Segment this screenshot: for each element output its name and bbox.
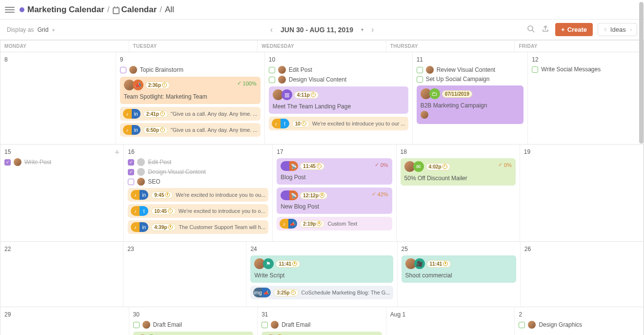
breadcrumb-section[interactable]: Calendar (121, 5, 157, 15)
event-bar[interactable]: ♪in4:39pThe Customer Support Team will h… (128, 220, 268, 234)
chevron-down-icon[interactable]: ▾ (361, 27, 363, 32)
breadcrumb-workspace[interactable]: Marketing Calendar (27, 5, 104, 15)
time-chip: 9:45 (151, 191, 173, 199)
event-card[interactable]: 🗀07/11/2019B2B Marketing Campaign (417, 85, 524, 124)
time-chip: 4:39p (151, 224, 176, 231)
event-bar[interactable]: img📣3:25pCoSchedule Marketing Blog: The … (250, 286, 393, 299)
day-cell[interactable]: 25🎥11:41Shoot commercial (398, 242, 521, 307)
search-icon[interactable] (526, 25, 536, 34)
clock-icon (320, 193, 324, 198)
task-item[interactable]: Draft Email (262, 321, 382, 329)
task-checkbox[interactable] (417, 67, 423, 73)
card-title: Meet The Team Landing Page (273, 103, 404, 110)
day-cell[interactable]: 18✉4:02p✓ 0%50% Off Discount Mailer (397, 145, 520, 241)
task-label: Review Visual Content (437, 66, 496, 73)
event-bar[interactable]: ♪in2:41p"Give us a call. Any day. Any ti… (120, 107, 261, 121)
task-label: Draft Email (153, 321, 182, 328)
avatar (129, 66, 137, 74)
day-cell[interactable]: 15+✓Write Post (0, 145, 124, 241)
event-card[interactable]: 🗀07/30/2019 - 08/29/2019Back to School C… (133, 332, 254, 335)
task-item[interactable]: ✓Edit Post (128, 158, 268, 166)
task-checkbox[interactable] (133, 322, 140, 328)
task-checkbox[interactable] (128, 179, 134, 185)
event-card[interactable]: 📣2:36p✓ 100%Team Spotlight: Marketing Te… (120, 77, 261, 104)
task-item[interactable]: Set Up Social Campaign (417, 76, 524, 83)
time-chip: 3:25p (274, 289, 298, 296)
task-checkbox[interactable] (519, 322, 525, 328)
task-checkbox[interactable]: ✓ (128, 159, 134, 166)
task-checkbox[interactable] (269, 77, 275, 83)
task-item[interactable]: Draft Email (133, 321, 254, 329)
event-card[interactable]: ✉4:02p✓ 0%50% Off Discount Mailer (401, 158, 516, 186)
event-card[interactable]: 📡12:12p✓ 42%New Blog Post (277, 188, 392, 214)
task-label: Edit Post (289, 66, 312, 73)
create-button[interactable]: + Create (555, 23, 593, 36)
clock-icon (317, 221, 322, 226)
day-cell[interactable]: 12Write Social Messages (528, 52, 644, 144)
day-cell[interactable]: 2Design Graphics (515, 307, 644, 335)
avatar (421, 111, 428, 119)
add-item-button[interactable]: + (115, 147, 120, 158)
event-card[interactable]: 🎥11:41Shoot commercial (402, 255, 516, 283)
task-item[interactable]: ✓Write Post (4, 158, 120, 166)
bar-text: Custom Text (327, 221, 389, 227)
day-cell[interactable]: 10Edit PostDesign Visual Content▥4:11pMe… (265, 52, 413, 144)
task-item[interactable]: Design Visual Content (269, 76, 408, 84)
day-cell[interactable]: 11Review Visual ContentSet Up Social Cam… (413, 52, 528, 144)
day-cell[interactable]: 26 (521, 242, 644, 307)
day-cell[interactable]: 16✓Edit Post✓Design Visual ContentSEO♪in… (124, 145, 273, 241)
ideas-button[interactable]: ♀ Ideas › (598, 23, 637, 36)
display-as-selector[interactable]: Display as Grid ▾ (7, 26, 55, 33)
event-bar[interactable]: ♪t10:45We're excited to introduce you to… (128, 204, 268, 218)
event-card[interactable]: ⚑11:41Write Script (250, 255, 393, 283)
share-icon[interactable] (541, 25, 550, 34)
task-item[interactable]: Write Social Messages (532, 66, 639, 73)
task-checkbox[interactable] (532, 66, 538, 73)
day-cell[interactable]: 8 (0, 52, 116, 144)
avatar (137, 168, 145, 176)
task-item[interactable]: ✓Design Visual Content (128, 168, 268, 176)
task-checkbox[interactable] (120, 67, 126, 73)
task-item[interactable]: Review Visual Content (417, 66, 524, 74)
day-cell[interactable]: 19 (520, 145, 644, 241)
breadcrumb-sep: / (160, 5, 162, 15)
scrollbar[interactable] (639, 2, 644, 144)
date-navigator: ‹ JUN 30 - AUG 11, 2019 ▾ › (268, 25, 376, 34)
date-number: 12 (532, 56, 639, 63)
task-checkbox[interactable] (269, 67, 275, 73)
task-item[interactable]: Edit Post (269, 66, 408, 74)
nav-next-icon[interactable]: › (369, 25, 376, 34)
date-range[interactable]: JUN 30 - AUG 11, 2019 (281, 26, 353, 34)
day-cell[interactable]: 17📡11:45✓ 0%Blog Post📡12:12p✓ 42%New Blo… (273, 145, 396, 241)
event-card[interactable]: ▥4:11pMeet The Team Landing Page (269, 86, 408, 114)
day-cell[interactable]: Aug 1 (386, 307, 515, 335)
task-checkbox[interactable] (417, 76, 423, 83)
day-cell[interactable]: 31Draft Email★3:51p✓ 22%Influencer Campa… (258, 307, 386, 335)
breadcrumb-filter[interactable]: All (165, 5, 174, 15)
day-cell[interactable]: 22 (0, 242, 123, 307)
task-item[interactable]: Topic Brainstorm (120, 66, 261, 74)
day-cell[interactable]: 23 (123, 242, 246, 307)
bar-text: We're excited to introduce you to o... (179, 208, 266, 214)
task-checkbox[interactable]: ✓ (4, 159, 11, 166)
task-checkbox[interactable]: ✓ (128, 169, 134, 175)
event-bar[interactable]: ♪in9:45We're excited to introduce you to… (128, 188, 268, 202)
bar-text: CoSchedule Marketing Blog: The G... (302, 290, 390, 295)
event-bar[interactable]: ♪📣2:19pCustom Text (277, 217, 392, 230)
event-card[interactable]: ★3:51p✓ 22%Influencer Campaign (262, 332, 382, 335)
day-cell[interactable]: 9Topic Brainstorm📣2:36p✓ 100%Team Spotli… (116, 52, 265, 144)
nav-prev-icon[interactable]: ‹ (268, 25, 275, 34)
task-checkbox[interactable] (262, 322, 268, 328)
task-item[interactable]: SEO (128, 178, 268, 186)
event-card[interactable]: 📡11:45✓ 0%Blog Post (277, 158, 392, 185)
day-cell[interactable]: 29 (0, 307, 129, 335)
card-type-icon: 🎥 (414, 258, 425, 269)
time-chip: 10 (292, 120, 309, 127)
event-bar[interactable]: ♪t10We're excited to introduce you to ou… (269, 117, 408, 130)
task-item[interactable]: Design Graphics (519, 321, 639, 329)
menu-icon[interactable] (5, 5, 15, 15)
day-cell[interactable]: 24⚑11:41Write Scriptimg📣3:25pCoSchedule … (246, 242, 397, 307)
day-cell[interactable]: 30Draft Email🗀07/30/2019 - 08/29/2019Bac… (129, 307, 258, 335)
event-bar[interactable]: ♪in6:50p"Give us a call. Any day. Any ti… (120, 123, 261, 137)
social-pill: ♪in (123, 125, 141, 135)
